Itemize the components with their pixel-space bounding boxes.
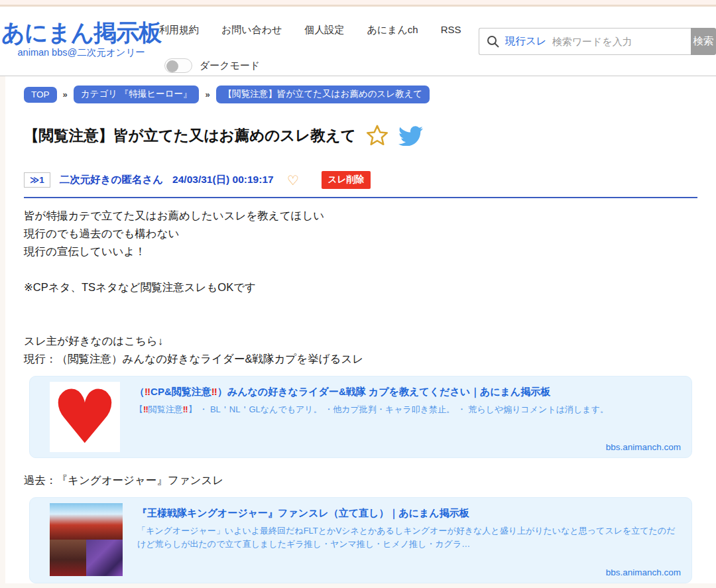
thumbnail-kingohger-collage [50, 503, 123, 576]
nav-link-terms[interactable]: 利用規約 [159, 24, 199, 36]
toggle-knob-icon [166, 60, 178, 72]
header-nav: 利用規約 お問い合わせ 個人設定 あにまんch RSS [159, 24, 461, 36]
link-card-title[interactable]: 『王様戦隊キングオージャー』ファンスレ（立て直し）｜あにまん掲示板 [137, 506, 681, 520]
thread-delete-button[interactable]: スレ削除 [322, 171, 371, 189]
post-body-line: スレ主が好きなのはこちら↓ [24, 332, 697, 350]
favorite-star-icon[interactable] [365, 123, 389, 147]
breadcrumb-separator: » [63, 89, 68, 99]
search-bar: 現行スレ 検索 [479, 28, 716, 55]
breadcrumb-separator: » [205, 89, 209, 99]
thread-title: 【閲覧注意】皆が立てた又はお薦めのスレ教えて [24, 125, 356, 146]
link-card-domain: bbs.animanch.com [606, 567, 681, 577]
breadcrumb-category[interactable]: カテゴリ 『特撮ヒーロー』 [74, 86, 200, 103]
post-body-line: ※CPネタ、TSネタなど閲覧注意スレもOKです [24, 278, 697, 296]
double-exclamation-icon: ‼ [183, 404, 188, 414]
search-button[interactable]: 検索 [691, 28, 716, 55]
post-body-line: 皆が特撮カテで立てた又はお薦めしたいスレを教えてほしい [24, 207, 697, 225]
like-heart-icon[interactable]: ♡ [287, 174, 299, 187]
collage-bottom-left-image [50, 540, 86, 576]
nav-link-rss[interactable]: RSS [441, 24, 461, 36]
breadcrumb-thread[interactable]: 【閲覧注意】皆が立てた又はお薦めのスレ教えて [216, 86, 430, 103]
link-card-title[interactable]: （‼CP&閲覧注意‼）みんなの好きなライダー&戦隊 カプを教えてください｜あにま… [135, 384, 681, 398]
link-card-domain: bbs.animanch.com [606, 442, 681, 452]
card-desc-part: 】 ・ BL＇NL＇GLなんでもアリ。 ・他カプ批判・キャラ叩き禁止。 ・ 荒ら… [188, 404, 609, 414]
link-card-description: 「キングオージャー」いよいよ最終回だねFLTとかVシネとかあるしキングオーが好き… [137, 524, 681, 550]
card-title-part: ）みんなの好きなライダー&戦隊 カプを教えてください｜あにまん掲示板 [217, 386, 550, 397]
link-card-description: 【‼閲覧注意‼】 ・ BL＇NL＇GLなんでもアリ。 ・他カプ批判・キャラ叩き禁… [135, 403, 681, 416]
search-icon [486, 34, 500, 48]
link-card-text: 『王様戦隊キングオージャー』ファンスレ（立て直し）｜あにまん掲示板 「キングオー… [137, 503, 681, 577]
post-header: ≫1 二次元好きの匿名さん 24/03/31(日) 00:19:17 ♡ スレ削… [24, 171, 697, 198]
double-exclamation-icon: ‼ [143, 404, 149, 414]
site-logo[interactable]: あにまん掲示板 animan bbs@二次元オンリー [1, 20, 161, 59]
breadcrumb: TOP » カテゴリ 『特撮ヒーロー』 » 【閲覧注意】皆が立てた又はお薦めのス… [5, 86, 716, 103]
dark-mode-row: ダークモード [164, 58, 260, 73]
post-body-line [24, 296, 697, 314]
collage-top-image [50, 503, 123, 540]
main-content: TOP » カテゴリ 『特撮ヒーロー』 » 【閲覧注意】皆が立てた又はお薦めのス… [5, 76, 716, 583]
top-strip [0, 0, 716, 7]
link-card-past-thread[interactable]: 『王様戦隊キングオージャー』ファンスレ（立て直し）｜あにまん掲示板 「キングオー… [29, 497, 692, 583]
nav-link-animanch[interactable]: あにまんch [367, 24, 418, 36]
nav-link-settings[interactable]: 個人設定 [304, 24, 344, 36]
post-body-line: 現行の宣伝していいよ！ [24, 243, 697, 261]
twitter-share-icon[interactable] [398, 125, 423, 146]
search-scope-selector[interactable]: 現行スレ [505, 34, 547, 48]
double-exclamation-icon: ‼ [211, 386, 217, 397]
dark-mode-label: ダークモード [200, 60, 260, 72]
post-author: 二次元好きの匿名さん [60, 173, 163, 187]
post-number-badge[interactable]: ≫1 [24, 172, 50, 188]
search-input[interactable] [552, 36, 684, 47]
thread-title-row: 【閲覧注意】皆が立てた又はお薦めのスレ教えて [24, 123, 716, 147]
post-body-line: 現行：（閲覧注意）みんなの好きなライダー&戦隊カプを挙げるスレ [24, 350, 697, 368]
past-thread-label: 過去：『キングオージャー』ファンスレ [24, 471, 716, 489]
breadcrumb-top[interactable]: TOP [24, 87, 57, 103]
post-body-line [24, 314, 697, 332]
post-1: ≫1 二次元好きの匿名さん 24/03/31(日) 00:19:17 ♡ スレ削… [24, 171, 697, 368]
card-desc-part: 【 [135, 404, 143, 414]
search-box: 現行スレ [479, 28, 691, 55]
link-card-text: （‼CP&閲覧注意‼）みんなの好きなライダー&戦隊 カプを教えてください｜あにま… [135, 382, 681, 452]
site-logo-title: あにまん掲示板 [1, 20, 161, 46]
thumbnail-red-heart: ♥ [50, 382, 120, 452]
card-title-part: （ [135, 386, 145, 397]
double-exclamation-icon: ‼ [145, 386, 150, 397]
post-body-line: 現行のでも過去のでも構わない [24, 225, 697, 243]
site-header: あにまん掲示板 animan bbs@二次元オンリー 利用規約 お問い合わせ 個… [0, 7, 716, 76]
collage-bottom-right-image [86, 540, 123, 576]
link-card-current-thread[interactable]: ♥ （‼CP&閲覧注意‼）みんなの好きなライダー&戦隊 カプを教えてください｜あ… [29, 376, 692, 458]
post-body: 皆が特撮カテで立てた又はお薦めしたいスレを教えてほしい 現行のでも過去のでも構わ… [24, 207, 697, 368]
dark-mode-toggle[interactable] [164, 58, 192, 73]
red-heart-icon: ♥ [52, 382, 118, 452]
nav-link-contact[interactable]: お問い合わせ [221, 24, 282, 36]
card-desc-part: 閲覧注意 [149, 404, 183, 414]
post-body-line [24, 261, 697, 278]
site-logo-subtitle: animan bbs@二次元オンリー [1, 46, 161, 59]
card-title-part: CP&閲覧注意 [150, 386, 211, 397]
post-datetime: 24/03/31(日) 00:19:17 [172, 173, 274, 187]
